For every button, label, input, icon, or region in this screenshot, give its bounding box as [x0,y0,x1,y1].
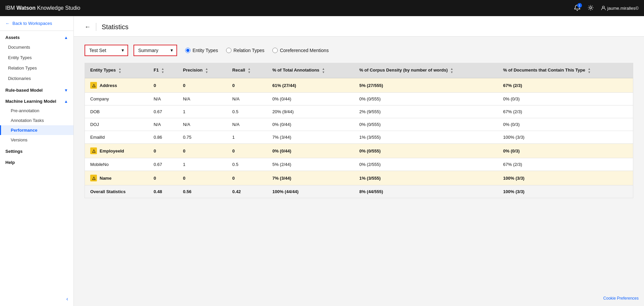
total-annotations-cell: 0% (0/44) [267,118,354,131]
statistics-table-wrapper: Entity Types ▲▼ F1 ▲▼ Precision ▲▼ [85,63,633,198]
total-annotations-cell: 5% (2/44) [267,158,354,171]
f1-cell: N/A [148,93,178,105]
f1-cell: 0.86 [148,131,178,144]
corpus-density-cell: 0% (0/555) [354,144,498,158]
entity-type-cell: MobileNo [85,158,148,171]
recall-cell: N/A [227,93,267,105]
sidebar-item-pre-annotation[interactable]: Pre-annotation [0,106,73,116]
help-section[interactable]: Help [0,156,73,167]
sort-recall[interactable]: ▲▼ [248,67,251,74]
radio-coreferenced[interactable]: Coreferenced Mentions [272,48,329,53]
entity-type-cell: EmailId [85,131,148,143]
precision-cell: 0 [177,144,227,158]
f1-cell: 0.48 [148,185,178,198]
table-row: EmailId 0.86 0.75 1 7% (3/44) 1% (3/555)… [85,131,633,144]
sidebar-item-relation-types[interactable]: Relation Types [0,63,73,73]
table-row: DOJ N/A N/A N/A 0% (0/44) 0% (0/555) 0% … [85,118,633,131]
sidebar-item-versions[interactable]: Versions [0,135,73,145]
sort-entity-types[interactable]: ▲▼ [118,67,121,74]
col-recall[interactable]: Recall ▲▼ [227,63,267,78]
doc-contain-cell: 0% (0/3) [498,118,633,131]
col-corpus-density[interactable]: % of Corpus Density (by number of words)… [354,63,498,78]
corpus-density-cell: 1% (3/555) [354,131,498,144]
view-select[interactable]: Summary Detailed [133,45,177,56]
sidebar-item-entity-types[interactable]: Entity Types [0,52,73,63]
corpus-density-cell: 0% (0/555) [354,118,498,131]
entity-type-cell: △ Address [85,78,148,92]
radio-relation-types[interactable]: Relation Types [226,48,264,53]
f1-cell: 0 [148,144,178,158]
header-back-button[interactable]: ← [85,24,91,31]
cookie-preferences[interactable]: Cookie Preferences [603,296,639,301]
recall-cell: N/A [227,118,267,131]
entity-type-cell: Overall Statistics [85,185,148,198]
total-annotations-cell: 100% (44/44) [267,185,354,198]
corpus-density-cell: 8% (44/555) [354,185,498,198]
sidebar-item-annotation-tasks[interactable]: Annotation Tasks [0,116,73,125]
precision-cell: N/A [177,93,227,105]
sort-doc-contain[interactable]: ▲▼ [588,67,591,74]
precision-cell: 0.56 [177,185,227,198]
notifications-icon[interactable]: 1 [574,4,581,12]
page-header: ← Statistics [74,16,644,37]
sidebar-item-performance[interactable]: Performance [0,125,73,135]
col-f1[interactable]: F1 ▲▼ [148,63,178,78]
entity-type-cell: △ EmployeeId [85,144,148,158]
sidebar-item-documents[interactable]: Documents [0,42,73,52]
recall-cell: 1 [227,131,267,144]
recall-cell: 0.5 [227,105,267,118]
doc-contain-cell: 0% (0/3) [498,144,633,158]
table-row: Company N/A N/A N/A 0% (0/44) 0% (0/555)… [85,93,633,105]
recall-cell: 0 [227,78,267,93]
col-precision[interactable]: Precision ▲▼ [177,63,227,78]
sidebar-item-dictionaries[interactable]: Dictionaries [0,73,73,84]
col-entity-types[interactable]: Entity Types ▲▼ [85,63,148,78]
table-row: △ EmployeeId 0 0 0 0% (0/44) 0% (0/555) … [85,144,633,158]
rule-based-section[interactable]: Rule-based Model ▼ [0,84,73,95]
sidebar-collapse-button[interactable]: ‹ [0,292,73,306]
view-select-wrapper: Summary Detailed ▼ [133,45,177,56]
f1-cell: 0 [148,78,178,93]
dataset-select-wrapper: Test Set Training Set Blind Set ▼ [85,45,128,56]
corpus-density-cell: 0% (2/555) [354,158,498,171]
corpus-density-cell: 5% (27/555) [354,78,498,93]
entity-type-cell: Company [85,93,148,105]
username: jaume.miralles© [607,6,639,11]
col-total-annotations[interactable]: % of Total Annotations ▲▼ [267,63,354,78]
settings-section[interactable]: Settings [0,145,73,156]
user-menu[interactable]: jaume.miralles© [601,5,639,11]
back-to-workspaces[interactable]: ← Back to Workspaces [0,16,73,31]
rule-based-collapse-icon: ▼ [64,88,68,93]
top-navigation: IBM Watson Knowledge Studio 1 jaume.mira… [0,0,644,16]
f1-cell: 0.67 [148,105,178,118]
doc-contain-cell: 100% (3/3) [498,185,633,198]
doc-contain-cell: 0% (0/3) [498,93,633,105]
col-doc-contain[interactable]: % of Documents that Contain This Type ▲▼ [498,63,633,78]
table-row: △ Address 0 0 0 61% (27/44) 5% (27/555) … [85,78,633,93]
settings-icon[interactable] [587,4,594,12]
doc-contain-cell: 100% (3/3) [498,171,633,185]
entity-type-cell: DOB [85,105,148,118]
f1-cell: 0.67 [148,158,178,171]
assets-collapse-icon: ▲ [64,35,68,40]
assets-section[interactable]: Assets ▲ [0,31,73,42]
app-title: IBM Watson Knowledge Studio [5,5,80,11]
dataset-select[interactable]: Test Set Training Set Blind Set [85,45,128,56]
recall-cell: 0 [227,171,267,185]
f1-cell: 0 [148,171,178,185]
doc-contain-cell: 67% (2/3) [498,158,633,171]
recall-cell: 0.5 [227,158,267,171]
recall-cell: 0.42 [227,185,267,198]
sort-f1[interactable]: ▲▼ [161,67,164,74]
corpus-density-cell: 2% (9/555) [354,105,498,118]
warning-icon: △ [90,175,97,181]
page-title: Statistics [102,23,128,31]
sort-total-annotations[interactable]: ▲▼ [322,67,325,74]
statistics-table: Entity Types ▲▼ F1 ▲▼ Precision ▲▼ [85,63,633,198]
precision-cell: 0 [177,171,227,185]
sort-precision[interactable]: ▲▼ [205,67,208,74]
entity-type-cell: DOJ [85,118,148,131]
radio-entity-types[interactable]: Entity Types [185,48,218,53]
ml-model-section[interactable]: Machine Learning Model ▲ [0,95,73,106]
sort-corpus-density[interactable]: ▲▼ [450,67,453,74]
